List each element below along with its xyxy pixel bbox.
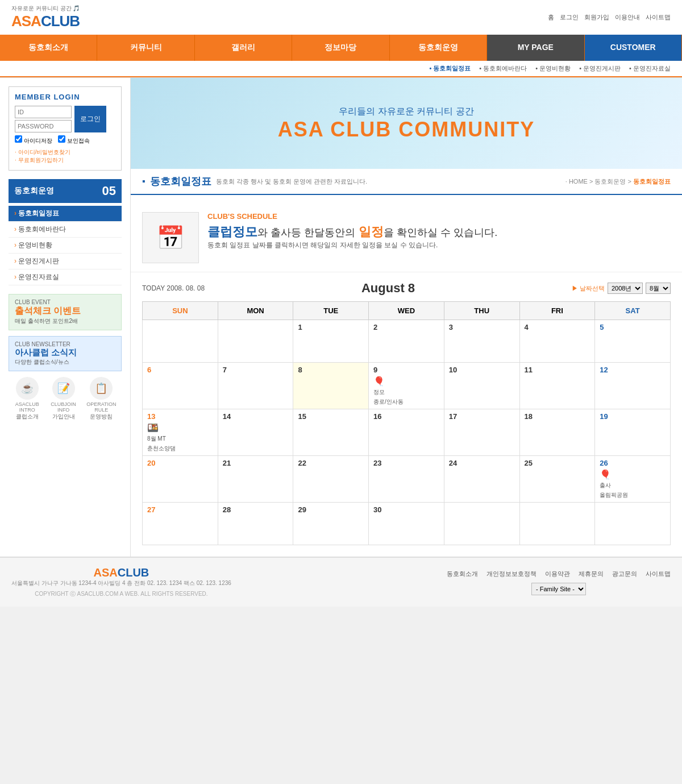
find-account-link[interactable]: · 아이디/비밀번호찾기 [15, 148, 115, 156]
cal-header-thu: THU [444, 302, 519, 320]
nav-gallery[interactable]: 갤러리 [195, 35, 292, 61]
cal-cell[interactable]: 3 [444, 320, 519, 363]
cal-cell[interactable]: 20 [143, 456, 218, 503]
footer-link-sitemap[interactable]: 사이트맵 [646, 570, 671, 578]
footer-links: 동호회소개 개인정보보호정책 이용약관 제휴문의 광고문의 사이트맵 [447, 570, 671, 578]
schedule-image: 📅 [142, 212, 199, 263]
hero-banner: 우리들의 자유로운 커뮤니티 공간 ASA CLUB COMMUNITY [131, 78, 682, 169]
footer-link-terms[interactable]: 이용약관 [545, 570, 570, 578]
cal-cell[interactable]: 23 [369, 456, 444, 503]
side-menu-schedule[interactable]: 동호회일정표 [9, 206, 122, 222]
subnav-wish[interactable]: • 동호회에바란다 [479, 64, 527, 73]
side-menu-board[interactable]: 운영진게시판 [9, 254, 122, 269]
cal-cell[interactable]: 30 [369, 503, 444, 545]
top-link-login[interactable]: 로그인 [560, 13, 579, 22]
month-select[interactable]: 8월 [646, 283, 671, 294]
login-button[interactable]: 로그인 [74, 106, 106, 132]
top-link-sitemap[interactable]: 사이트맵 [646, 13, 671, 22]
cal-cell[interactable] [218, 320, 293, 363]
schedule-club-label: CLUB'S SCHEDULE [207, 212, 671, 221]
cal-cell[interactable]: 25 [519, 456, 595, 503]
year-select[interactable]: 2008년 [608, 283, 643, 294]
today-label: TODAY 2008. 08. 08 [142, 284, 205, 292]
family-site-select[interactable]: - Family Site - [447, 583, 671, 595]
side-menu-budget[interactable]: 운영비현황 [9, 238, 122, 254]
cal-cell[interactable] [143, 320, 218, 363]
cal-header-mon: MON [218, 302, 293, 320]
footer-link-partner[interactable]: 제휴문의 [579, 570, 604, 578]
cal-cell[interactable]: 29 [293, 503, 369, 545]
cal-cell[interactable] [519, 503, 595, 545]
newsletter-desc: 다양한 클럽소식/뉴스 [15, 358, 115, 366]
cal-cell[interactable]: 10 [444, 363, 519, 409]
operation-icon-link[interactable]: 📋 OPERATION RULE 운영방침 [81, 377, 122, 421]
cal-cell[interactable]: 5 [595, 320, 671, 363]
save-id-checkbox[interactable]: 아이디저장 [15, 135, 52, 145]
free-join-link[interactable]: · 무료회원가입하기 [15, 156, 115, 164]
event-item: 🍱 [147, 422, 213, 433]
cal-cell[interactable]: 6 [143, 363, 218, 409]
main-nav: 동호회소개 커뮤니티 갤러리 정보마당 동호회운영 MY PAGE CUSTOM… [0, 35, 682, 61]
auto-login-checkbox[interactable]: 보인접속 [58, 135, 90, 145]
cal-cell[interactable]: 2 [369, 320, 444, 363]
event-tag: CLUB EVENT [15, 299, 115, 305]
nav-operation[interactable]: 동호회운영 [390, 35, 487, 61]
cal-cell[interactable]: 15 [293, 409, 369, 456]
banner-title: ASA CLUB COMMUNITY [278, 118, 535, 142]
cal-cell[interactable]: 12 [595, 363, 671, 409]
id-input[interactable] [15, 106, 72, 118]
cal-cell[interactable]: 27 [143, 503, 218, 545]
calendar-table: SUN MON TUE WED THU FRI SAT 123456789🎈정모… [142, 301, 671, 545]
nav-club-intro[interactable]: 동호회소개 [0, 35, 97, 61]
subnav-docs[interactable]: • 운영진자료실 [629, 64, 671, 73]
club-intro-label: 클럽소개 [9, 413, 46, 421]
family-site-dropdown[interactable]: - Family Site - [531, 583, 586, 595]
footer-logo-area: ASACLUB 서울특별시 가나구 가나동 1234-4 아사빌딩 4 층 전화… [11, 566, 231, 598]
cal-cell[interactable]: 11 [519, 363, 595, 409]
cal-cell[interactable]: 17 [444, 409, 519, 456]
cal-cell[interactable]: 13🍱8월 MT춘천소양댐 [143, 409, 218, 456]
cal-cell[interactable]: 7 [218, 363, 293, 409]
subnav-board[interactable]: • 운영진게시판 [579, 64, 621, 73]
cal-cell[interactable]: 4 [519, 320, 595, 363]
footer-address: 서울특별시 가나구 가나동 1234-4 아사빌딩 4 층 전화 02. 123… [11, 579, 231, 587]
join-info-icon-link[interactable]: 📝 CLUBJOIN INFO 가입안내 [46, 377, 81, 421]
cal-week-3: 13🍱8월 MT춘천소양댐141516171819 [143, 409, 671, 456]
nav-mypage[interactable]: MY PAGE [487, 35, 584, 61]
cal-cell[interactable]: 18 [519, 409, 595, 456]
cal-cell[interactable]: 14 [218, 409, 293, 456]
nav-customer[interactable]: CUSTOMER [585, 35, 682, 61]
cal-cell[interactable]: 22 [293, 456, 369, 503]
cal-cell[interactable]: 8 [293, 363, 369, 409]
cal-cell[interactable]: 16 [369, 409, 444, 456]
banner-text: 우리들의 자유로운 커뮤니티 공간 ASA CLUB COMMUNITY [278, 106, 535, 142]
top-link-home[interactable]: 홈 [548, 13, 554, 22]
side-menu-docs[interactable]: 운영진자료실 [9, 269, 122, 285]
cal-cell[interactable]: 1 [293, 320, 369, 363]
logo-text[interactable]: ASACLUB [11, 13, 80, 30]
nav-info[interactable]: 정보마당 [292, 35, 389, 61]
nav-community[interactable]: 커뮤니티 [97, 35, 194, 61]
cal-cell[interactable]: 9🎈정모종로/인사동 [369, 363, 444, 409]
footer-link-about[interactable]: 동호회소개 [447, 570, 478, 578]
top-link-guide[interactable]: 이용안내 [615, 13, 640, 22]
cal-cell[interactable]: 28 [218, 503, 293, 545]
footer-link-privacy[interactable]: 개인정보보호정책 [486, 570, 537, 578]
subnav-budget[interactable]: • 운영비현황 [535, 64, 571, 73]
footer-right: 동호회소개 개인정보보호정책 이용약관 제휴문의 광고문의 사이트맵 - Fam… [447, 570, 671, 595]
cal-cell[interactable]: 26🎈출사올림픽공원 [595, 456, 671, 503]
cal-cell[interactable]: 21 [218, 456, 293, 503]
footer-link-ad[interactable]: 광고문의 [612, 570, 637, 578]
pw-input[interactable] [15, 120, 72, 132]
side-menu-wish[interactable]: 동호회에바란다 [9, 222, 122, 238]
cal-cell[interactable] [444, 503, 519, 545]
cal-cell[interactable] [595, 503, 671, 545]
login-box: MEMBER LOGIN 로그인 아이디저장 보인접속 · 아이디/비밀번호찾기… [9, 86, 122, 171]
newsletter-banner[interactable]: CLUB NEWSLETTER 아사클럽 소식지 다양한 클럽소식/뉴스 [9, 336, 122, 371]
top-link-join[interactable]: 회원가입 [584, 13, 609, 22]
subnav-schedule[interactable]: • 동호회일정표 [429, 64, 471, 73]
club-intro-icon-link[interactable]: ☕ ASACLUB INTRO 클럽소개 [9, 377, 46, 421]
cal-cell[interactable]: 19 [595, 409, 671, 456]
event-banner[interactable]: CLUB EVENT 출석체크 이벤트 매일 출석하면 포인트2배 [9, 294, 122, 330]
cal-cell[interactable]: 24 [444, 456, 519, 503]
